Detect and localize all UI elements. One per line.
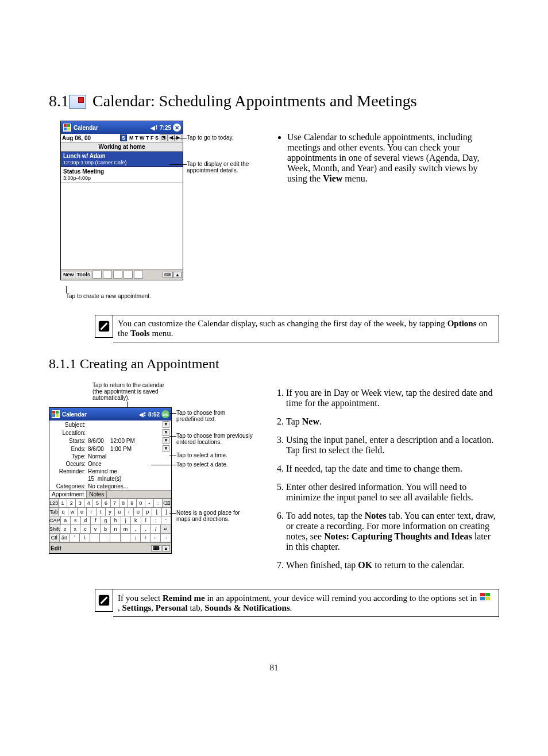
key[interactable]: f (91, 516, 101, 525)
key[interactable]: \ (80, 534, 90, 542)
reminder-minutes[interactable]: 15 minute(s) (88, 476, 169, 482)
key[interactable]: 2 (67, 499, 76, 508)
key[interactable]: ] (162, 508, 171, 516)
key[interactable]: x (71, 525, 81, 534)
dropdown-icon[interactable]: ▼ (163, 429, 169, 436)
key[interactable]: 5 (93, 499, 102, 508)
key[interactable]: z (60, 525, 71, 534)
ok-icon[interactable]: ok (161, 410, 169, 418)
categories-field[interactable]: No categories... (88, 483, 169, 489)
key[interactable]: h (111, 516, 121, 525)
key[interactable]: k (131, 516, 141, 525)
menu-up-icon[interactable]: ▲ (173, 272, 182, 278)
key[interactable]: ← (151, 534, 161, 542)
key[interactable]: v (91, 525, 101, 534)
key[interactable]: q (59, 508, 68, 516)
starts-time[interactable]: 12:00 PM (110, 438, 135, 444)
ends-time[interactable]: 1:00 PM (110, 446, 132, 452)
view-agenda-icon[interactable] (92, 271, 102, 279)
key[interactable]: 0 (137, 499, 145, 508)
key[interactable] (100, 534, 110, 542)
close-icon[interactable]: ✕ (173, 124, 181, 132)
current-date[interactable]: Aug 06, 00 (62, 135, 91, 141)
key[interactable]: áü (60, 534, 70, 542)
edit-button[interactable]: Edit (51, 545, 61, 551)
key[interactable]: b (101, 525, 111, 534)
key[interactable]: ↑ (141, 534, 151, 542)
soft-keyboard[interactable]: 1231234567890-=⌫ Tabqwertyuiop[] CAPasdf… (49, 499, 171, 542)
key[interactable]: - (145, 499, 154, 508)
key[interactable]: ' (161, 516, 172, 525)
key[interactable]: , (131, 525, 141, 534)
key[interactable]: Ctl (49, 534, 60, 542)
key[interactable]: 7 (111, 499, 119, 508)
dropdown-icon[interactable]: ▼ (163, 421, 169, 428)
view-year-icon[interactable] (134, 271, 143, 279)
key[interactable]: → (161, 534, 171, 542)
key[interactable]: . (141, 525, 151, 534)
key[interactable]: i (125, 508, 134, 516)
sip-icon[interactable]: ⌨ (163, 272, 173, 278)
key[interactable]: e (78, 508, 87, 516)
key[interactable]: Tab (49, 508, 59, 516)
starts-date[interactable]: 8/6/00 (88, 438, 104, 444)
key[interactable]: s (71, 516, 81, 525)
key[interactable]: 123 (49, 499, 59, 508)
dow-selected[interactable]: S (120, 134, 127, 141)
reminder-field[interactable]: Remind me (88, 468, 169, 475)
key[interactable]: 9 (128, 499, 137, 508)
key[interactable]: a (61, 516, 71, 525)
view-day-icon[interactable] (103, 271, 112, 279)
sip-icon[interactable]: ⌨ (151, 545, 161, 551)
key[interactable]: ↓ (130, 534, 141, 542)
type-field[interactable]: Normal (88, 453, 169, 460)
key[interactable]: w (68, 508, 78, 516)
key[interactable]: r (87, 508, 96, 516)
key[interactable]: m (121, 525, 131, 534)
key[interactable]: 3 (76, 499, 84, 508)
tab-appointment[interactable]: Appointment (49, 491, 87, 498)
dropdown-icon[interactable]: ▼ (163, 437, 169, 444)
tab-notes[interactable]: Notes (87, 491, 107, 498)
key[interactable]: ` (70, 534, 80, 542)
key[interactable]: [ (152, 508, 161, 516)
key[interactable] (121, 534, 131, 542)
key[interactable]: / (151, 525, 161, 534)
key[interactable]: 1 (59, 499, 67, 508)
today-button[interactable]: ⬔ (160, 134, 168, 141)
key[interactable]: l (141, 516, 152, 525)
key[interactable]: Shift (49, 525, 60, 534)
key[interactable]: y (106, 508, 115, 516)
key[interactable]: ⌫ (163, 499, 171, 508)
key[interactable]: c (80, 525, 91, 534)
key[interactable]: o (134, 508, 143, 516)
key[interactable]: CAP (49, 516, 61, 525)
key[interactable]: t (97, 508, 106, 516)
view-month-icon[interactable] (124, 271, 133, 279)
appointment-item[interactable]: Lunch w/ Adam 12:00p-1:00p (Corner Cafe) (61, 152, 183, 167)
key[interactable]: = (154, 499, 163, 508)
key[interactable]: ↵ (161, 525, 171, 534)
appointment-item[interactable]: Status Meeting 3:00p-4:00p (61, 167, 183, 183)
key[interactable]: d (81, 516, 91, 525)
menu-up-icon[interactable]: ▲ (162, 545, 170, 551)
ends-date[interactable]: 8/6/00 (88, 446, 104, 452)
key[interactable]: 8 (119, 499, 128, 508)
key[interactable] (110, 534, 121, 542)
new-button[interactable]: New (62, 272, 75, 277)
key[interactable]: ; (151, 516, 161, 525)
key[interactable]: n (111, 525, 121, 534)
tools-button[interactable]: Tools (76, 272, 91, 277)
key[interactable]: g (101, 516, 111, 525)
key[interactable]: p (143, 508, 152, 516)
key[interactable]: u (115, 508, 124, 516)
view-week-icon[interactable] (113, 271, 122, 279)
key[interactable]: 4 (84, 499, 93, 508)
key[interactable] (90, 534, 101, 542)
dropdown-icon[interactable]: ▼ (163, 445, 169, 452)
key[interactable]: 6 (102, 499, 110, 508)
dow-rest[interactable]: M T W T F S (129, 135, 159, 141)
allday-banner[interactable]: Working at home (61, 142, 183, 152)
key[interactable]: j (121, 516, 132, 525)
occurs-field[interactable]: Once (88, 461, 169, 467)
